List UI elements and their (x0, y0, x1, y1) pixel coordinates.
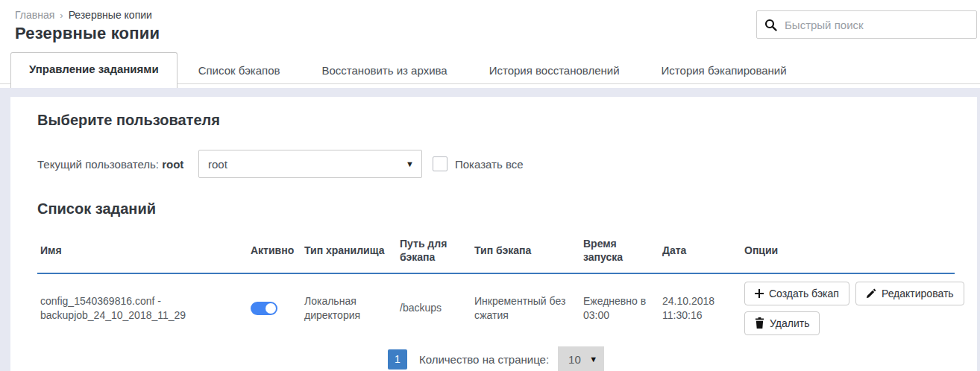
column-header-backup-path: Путь для бэкапа (397, 234, 471, 273)
column-header-options: Опции (741, 234, 955, 273)
pencil-icon (866, 288, 876, 299)
per-page-value: 10 (568, 353, 581, 366)
toggle-knob (266, 303, 276, 314)
breadcrumb-separator: › (60, 10, 63, 21)
column-header-backup-type: Тип бэкапа (471, 234, 580, 273)
column-header-run-time: Время запуска (580, 234, 659, 273)
table-row: config_1540369816.conf - backupjob_24_10… (37, 273, 955, 342)
create-backup-button[interactable]: Создать бэкап (744, 282, 849, 305)
content-background: Выберите пользователя Текущий пользовате… (0, 88, 980, 371)
column-header-active: Активно (248, 234, 301, 273)
main-card: Выберите пользователя Текущий пользовате… (10, 97, 977, 371)
jobs-section-title: Список заданий (37, 200, 955, 218)
cell-job-name: config_1540369816.conf - backupjob_24_10… (37, 273, 248, 342)
user-select-row: Текущий пользователь: root root ▼ Показа… (37, 150, 955, 178)
per-page-label: Количество на странице: (419, 353, 549, 366)
caret-down-icon: ▼ (406, 159, 414, 168)
cell-options: Создать бэкап Редактировать Удалить (741, 273, 955, 342)
edit-button[interactable]: Редактировать (855, 282, 964, 305)
current-user-label: Текущий пользователь: root (37, 158, 198, 171)
column-header-name: Имя (37, 234, 248, 273)
page-1-button[interactable]: 1 (388, 349, 407, 370)
tab-restore-from-archive[interactable]: Восстановить из архива (301, 56, 468, 88)
column-header-storage-type: Тип хранилища (301, 234, 397, 273)
search-input[interactable] (785, 19, 969, 31)
jobs-table: Имя Активно Тип хранилища Путь для бэкап… (37, 234, 955, 342)
table-header-row: Имя Активно Тип хранилища Путь для бэкап… (37, 234, 955, 273)
plus-icon (755, 289, 764, 298)
current-user-label-text: Текущий пользователь: (37, 158, 159, 171)
caret-down-icon: ▼ (589, 355, 597, 364)
cell-backup-type: Инкрементный без сжатия (471, 273, 580, 342)
cell-date: 24.10.2018 11:30:16 (659, 273, 741, 342)
top-bar: Главная›Резервные копии Резервные копии (0, 0, 980, 52)
cell-backup-path: /backups (397, 273, 471, 342)
tab-backup-list[interactable]: Список бэкапов (178, 56, 301, 88)
user-section-title: Выберите пользователя (37, 112, 955, 129)
column-header-date: Дата (659, 234, 741, 273)
tab-job-management[interactable]: Управление заданиями (10, 52, 178, 88)
pagination: 1 Количество на странице: 10 ▼ (37, 346, 955, 371)
breadcrumb-current: Резервные копии (69, 9, 152, 21)
user-select-value: root (208, 158, 227, 171)
show-all-checkbox[interactable] (433, 156, 447, 171)
cell-run-time: Ежедневно в 03:00 (580, 273, 659, 342)
tab-restore-history[interactable]: История восстановлений (468, 56, 641, 88)
breadcrumb-home[interactable]: Главная (15, 9, 54, 21)
cell-active (248, 273, 301, 342)
current-user-value: root (162, 158, 183, 171)
cell-storage-type: Локальная директория (301, 273, 397, 342)
search-box[interactable] (756, 10, 977, 39)
show-all-label: Показать все (455, 158, 524, 171)
trash-icon (755, 317, 764, 329)
per-page-select[interactable]: 10 ▼ (558, 346, 604, 371)
active-toggle[interactable] (251, 302, 277, 315)
search-icon (764, 19, 777, 31)
delete-button[interactable]: Удалить (744, 311, 820, 335)
user-select[interactable]: root ▼ (198, 150, 422, 178)
tab-bar: Управление заданиями Список бэкапов Восс… (0, 52, 980, 88)
tab-backup-history[interactable]: История бэкапирований (641, 56, 808, 88)
